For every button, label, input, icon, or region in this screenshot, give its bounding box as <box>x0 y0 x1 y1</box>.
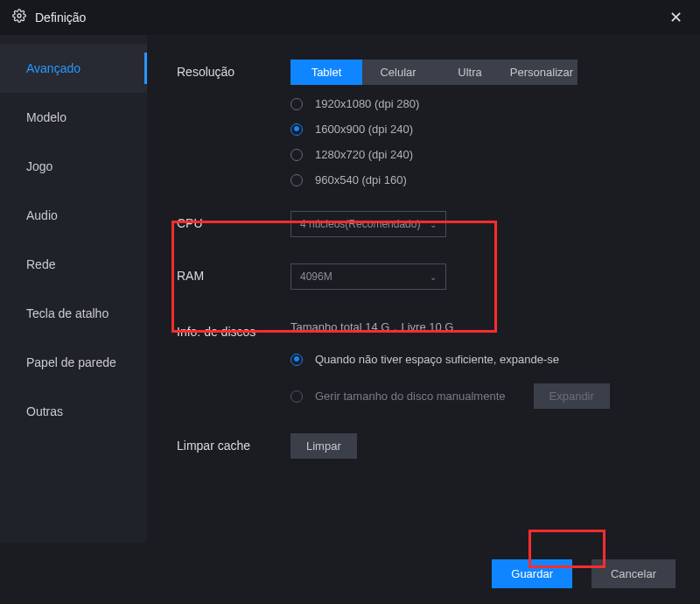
clear-cache-button[interactable]: Limpar <box>290 433 357 459</box>
expand-button[interactable]: Expandir <box>534 383 610 409</box>
sidebar-item-others[interactable]: Outras <box>0 387 147 436</box>
resolution-tabs: Tablet Celular Ultra Personalizar <box>290 60 672 85</box>
sidebar-item-audio[interactable]: Audio <box>0 191 147 240</box>
resolution-option-540[interactable]: 960x540 (dpi 160) <box>290 173 672 186</box>
sidebar-item-wallpaper[interactable]: Papel de parede <box>0 338 147 387</box>
disk-option-label: Gerir tamanho do disco manualmente <box>315 390 506 403</box>
disk-row: Info. de discos Tamanho total 14 G，Livre… <box>177 320 672 409</box>
resolution-row: Resolução Tablet Celular Ultra Personali… <box>177 60 672 186</box>
radio-icon <box>290 390 303 403</box>
radio-icon <box>290 149 303 161</box>
resolution-option-900[interactable]: 1600x900 (dpi 240) <box>290 123 672 136</box>
main-panel: Resolução Tablet Celular Ultra Personali… <box>147 35 700 543</box>
tab-custom[interactable]: Personalizar <box>506 60 578 85</box>
sidebar-item-game[interactable]: Jogo <box>0 142 147 191</box>
footer: Guardar Cancelar <box>0 543 700 604</box>
chevron-down-icon: ⌄ <box>430 220 437 229</box>
ram-label: RAM <box>177 263 290 283</box>
sidebar-item-advanced[interactable]: Avançado <box>0 44 147 93</box>
close-button[interactable]: ✕ <box>664 4 688 31</box>
disk-label: Info. de discos <box>177 320 290 339</box>
resolution-option-720[interactable]: 1280x720 (dpi 240) <box>290 148 672 161</box>
sidebar-item-network[interactable]: Rede <box>0 240 147 289</box>
ram-row: RAM 4096M ⌄ <box>177 263 672 290</box>
svg-point-0 <box>18 14 21 18</box>
radio-icon <box>290 98 303 110</box>
radio-icon <box>290 174 303 186</box>
resolution-option-label: 960x540 (dpi 160) <box>315 173 407 186</box>
resolution-option-label: 1600x900 (dpi 240) <box>315 123 413 136</box>
tab-tablet[interactable]: Tablet <box>290 60 362 85</box>
chevron-down-icon: ⌄ <box>430 272 437 282</box>
radio-icon <box>290 354 303 366</box>
cancel-button[interactable]: Cancelar <box>592 559 676 588</box>
titlebar: Definição ✕ <box>0 0 700 35</box>
cpu-select[interactable]: 4 núcleos(Recomendado) ⌄ <box>290 211 446 237</box>
ram-value: 4096M <box>300 270 332 283</box>
disk-summary: Tamanho total 14 G，Livre 10 G <box>290 320 672 335</box>
ram-select[interactable]: 4096M ⌄ <box>290 263 446 290</box>
disk-option-autoexpand[interactable]: Quando não tiver espaço suficiente, expa… <box>290 353 672 366</box>
disk-option-label: Quando não tiver espaço suficiente, expa… <box>315 353 559 366</box>
resolution-option-label: 1920x1080 (dpi 280) <box>315 97 419 110</box>
disk-option-manual[interactable]: Gerir tamanho do disco manualmente Expan… <box>290 383 672 409</box>
tab-phone[interactable]: Celular <box>362 60 434 85</box>
sidebar-item-shortcut[interactable]: Tecla de atalho <box>0 289 147 338</box>
settings-icon <box>12 9 26 26</box>
resolution-option-1080[interactable]: 1920x1080 (dpi 280) <box>290 97 672 110</box>
save-button[interactable]: Guardar <box>492 559 572 588</box>
resolution-option-label: 1280x720 (dpi 240) <box>315 148 413 161</box>
sidebar: Avançado Modelo Jogo Audio Rede Tecla de… <box>0 35 147 543</box>
window-title: Definição <box>35 11 86 25</box>
sidebar-item-model[interactable]: Modelo <box>0 93 147 142</box>
cpu-value: 4 núcleos(Recomendado) <box>300 218 420 230</box>
content-area: Avançado Modelo Jogo Audio Rede Tecla de… <box>0 35 700 543</box>
cpu-row: CPU 4 núcleos(Recomendado) ⌄ <box>177 211 672 237</box>
cache-label: Limpar cache <box>177 433 290 453</box>
tab-ultra[interactable]: Ultra <box>434 60 506 85</box>
resolution-label: Resolução <box>177 60 290 79</box>
resolution-options: 1920x1080 (dpi 280) 1600x900 (dpi 240) 1… <box>290 97 672 186</box>
cpu-label: CPU <box>177 211 290 230</box>
cache-row: Limpar cache Limpar <box>177 433 672 459</box>
radio-icon <box>290 123 303 136</box>
